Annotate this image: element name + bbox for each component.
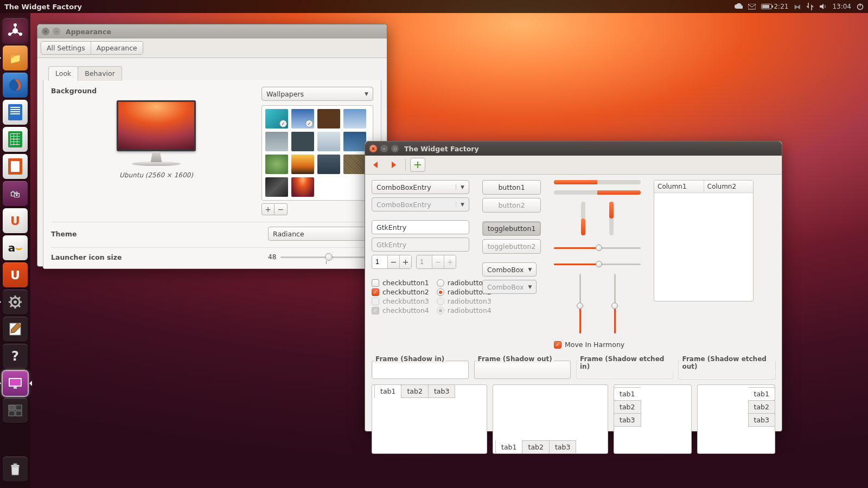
tab2[interactable]: tab2 bbox=[614, 400, 641, 414]
wallpaper-thumb[interactable] bbox=[343, 155, 366, 174]
button1[interactable]: button1 bbox=[482, 180, 541, 195]
launcher-dash[interactable] bbox=[3, 18, 28, 43]
launcher-settings[interactable] bbox=[3, 290, 28, 314]
add-button[interactable] bbox=[410, 158, 425, 172]
combobox1[interactable]: ComboBox▼ bbox=[482, 262, 537, 277]
breadcrumb-appearance[interactable]: Appearance bbox=[91, 42, 143, 54]
wallpaper-thumb[interactable]: ✓ bbox=[291, 109, 314, 129]
check-icon: ✓ bbox=[279, 120, 287, 127]
frame-shadow-etched-in: Frame (Shadow etched in) bbox=[576, 355, 673, 379]
gtkentry1[interactable]: GtkEntry bbox=[372, 220, 469, 234]
launcher-appearance[interactable] bbox=[3, 371, 28, 396]
svg-rect-16 bbox=[16, 411, 22, 416]
wallpaper-thumb[interactable] bbox=[291, 132, 314, 151]
tab2[interactable]: tab2 bbox=[748, 400, 775, 414]
spinbutton1[interactable]: −+ bbox=[372, 255, 412, 269]
gtkentry2: GtkEntry bbox=[372, 237, 469, 252]
increment-button: + bbox=[444, 255, 456, 268]
tab1[interactable]: tab1 bbox=[614, 387, 641, 401]
progressbar1 bbox=[554, 180, 641, 184]
checkbutton1[interactable]: checkbutton1 bbox=[372, 279, 429, 287]
move-in-harmony[interactable]: ✓Move In Harmony bbox=[554, 341, 641, 349]
battery-indicator[interactable]: 2:21 bbox=[761, 3, 788, 10]
theme-combo[interactable]: Radiance▼ bbox=[268, 227, 373, 241]
combobox2: ComboBox▼ bbox=[482, 280, 537, 294]
wallpaper-thumb[interactable] bbox=[343, 109, 366, 129]
launcher-text-editor[interactable] bbox=[3, 317, 28, 342]
tab3[interactable]: tab3 bbox=[549, 440, 576, 454]
maximize-button[interactable]: ▫ bbox=[391, 145, 399, 152]
active-app-title: The Widget Factory bbox=[4, 3, 82, 11]
launcher-files[interactable]: 📁 bbox=[3, 46, 28, 70]
wf-titlebar[interactable]: × – ▫ The Widget Factory bbox=[365, 142, 782, 156]
minimize-button[interactable]: – bbox=[380, 145, 388, 152]
comboboxentry1[interactable]: ComboBoxEntry▼ bbox=[372, 180, 469, 194]
increment-button[interactable]: + bbox=[399, 255, 411, 268]
tab1[interactable]: tab1 bbox=[748, 387, 775, 401]
vscale1[interactable] bbox=[577, 274, 583, 333]
vscale2[interactable] bbox=[611, 274, 618, 333]
launcher-amazon[interactable]: a⌣ bbox=[3, 235, 28, 260]
launcher-trash[interactable] bbox=[3, 457, 28, 481]
wallpaper-thumb[interactable] bbox=[317, 109, 340, 129]
column-header-2[interactable]: Column2 bbox=[704, 181, 754, 192]
checkbutton2[interactable]: ✓checkbutton2 bbox=[372, 288, 429, 296]
launcher-firefox[interactable] bbox=[3, 73, 28, 98]
network-indicator-icon[interactable] bbox=[806, 3, 814, 10]
wallpaper-thumb[interactable] bbox=[265, 132, 288, 151]
launcher-impress[interactable] bbox=[3, 154, 28, 179]
wallpaper-thumb[interactable] bbox=[317, 155, 340, 174]
appearance-window: × – Appearance All Settings Appearance L… bbox=[37, 24, 387, 267]
tab3[interactable]: tab3 bbox=[748, 413, 775, 427]
launcher-software-center[interactable]: 🛍 bbox=[3, 181, 28, 206]
launcher-ubuntu-one[interactable]: U bbox=[3, 208, 28, 233]
treeview[interactable]: Column1 Column2 bbox=[654, 180, 754, 301]
launcher-size-label: Launcher icon size bbox=[51, 253, 268, 261]
tab3[interactable]: tab3 bbox=[428, 384, 455, 398]
launcher-calc[interactable] bbox=[3, 127, 28, 152]
hscale2[interactable] bbox=[554, 261, 641, 267]
wallpaper-thumb[interactable]: ✓ bbox=[265, 109, 288, 129]
tab1[interactable]: tab1 bbox=[495, 440, 522, 454]
clock-indicator[interactable]: 13:04 bbox=[832, 3, 851, 10]
launcher-ubuntu-one-music[interactable]: U bbox=[3, 262, 28, 287]
tab2[interactable]: tab2 bbox=[522, 440, 549, 454]
chevron-down-icon: ▼ bbox=[528, 284, 532, 290]
tab-look[interactable]: Look bbox=[48, 66, 78, 81]
tab1[interactable]: tab1 bbox=[374, 384, 401, 398]
close-button[interactable]: × bbox=[42, 28, 49, 35]
cloud-indicator-icon[interactable] bbox=[734, 3, 743, 10]
launcher-writer[interactable] bbox=[3, 100, 28, 125]
launcher-size-slider[interactable] bbox=[280, 252, 373, 262]
minimize-button[interactable]: – bbox=[53, 28, 60, 35]
hscale1[interactable] bbox=[554, 245, 641, 251]
messages-indicator-icon[interactable] bbox=[748, 4, 756, 10]
togglebutton1[interactable]: togglebutton1 bbox=[482, 221, 541, 236]
tab2[interactable]: tab2 bbox=[401, 384, 428, 398]
appearance-titlebar[interactable]: × – Appearance bbox=[37, 24, 387, 38]
wallpaper-thumb[interactable] bbox=[291, 177, 314, 197]
go-first-icon[interactable] bbox=[368, 158, 384, 172]
go-last-icon[interactable] bbox=[386, 158, 401, 172]
sound-indicator-icon[interactable] bbox=[819, 3, 827, 10]
wallpaper-thumb[interactable] bbox=[265, 155, 288, 174]
bluetooth-indicator-icon[interactable]: ⧓ bbox=[794, 3, 801, 11]
launcher-help[interactable]: ? bbox=[3, 344, 28, 369]
notebook-tabs-right: tab1 tab2 tab3 bbox=[697, 384, 775, 454]
wallpaper-thumb[interactable] bbox=[343, 132, 366, 151]
background-source-combo[interactable]: Wallpapers▼ bbox=[261, 87, 373, 101]
breadcrumb-all-settings[interactable]: All Settings bbox=[41, 42, 91, 54]
column-header-1[interactable]: Column1 bbox=[654, 181, 704, 192]
tab-behavior[interactable]: Behavior bbox=[78, 66, 122, 81]
remove-wallpaper-button[interactable]: − bbox=[275, 203, 288, 215]
launcher-workspace[interactable] bbox=[3, 398, 28, 423]
decrement-button[interactable]: − bbox=[387, 255, 399, 268]
close-button[interactable]: × bbox=[369, 145, 377, 152]
tab3[interactable]: tab3 bbox=[614, 413, 641, 427]
session-indicator-icon[interactable] bbox=[857, 3, 864, 10]
add-wallpaper-button[interactable]: + bbox=[261, 203, 275, 215]
wallpaper-thumb[interactable] bbox=[291, 155, 314, 174]
wallpaper-thumb[interactable] bbox=[317, 132, 340, 151]
wallpaper-thumb[interactable] bbox=[265, 177, 288, 197]
appearance-toolbar: All Settings Appearance bbox=[37, 38, 387, 58]
